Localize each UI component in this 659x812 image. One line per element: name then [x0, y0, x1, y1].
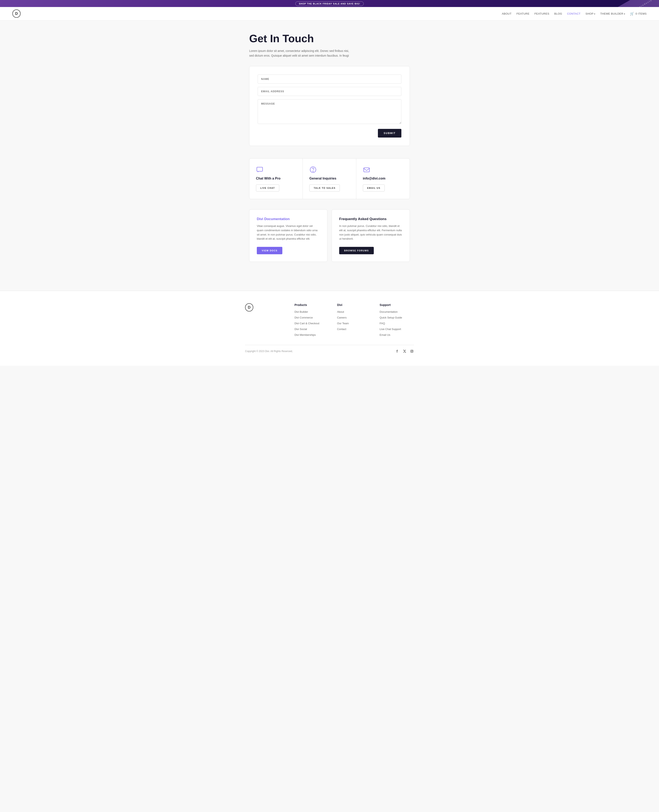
svg-rect-0: [257, 167, 263, 171]
live-chat-button[interactable]: LIVE CHAT: [256, 184, 279, 192]
footer-bottom: Copyright © 2023 Divi. All Rights Reserv…: [245, 345, 414, 353]
nav-contact[interactable]: CONTACT: [567, 12, 580, 15]
copyright-text: Copyright © 2023 Divi. All Rights Reserv…: [245, 350, 293, 352]
message-textarea[interactable]: [258, 99, 401, 124]
footer-contact[interactable]: Contact: [337, 327, 346, 330]
nav-logo[interactable]: D: [13, 9, 20, 18]
footer-faq[interactable]: FAQ: [380, 322, 385, 325]
docs-card-title: Divi Documentation: [257, 217, 320, 221]
footer-about[interactable]: About: [337, 310, 344, 313]
footer-products-col: Products Divi Builder Divi Commerce Divi…: [295, 303, 329, 337]
email-input[interactable]: [258, 87, 401, 96]
footer-support-list: Documentation Quick Setup Guide FAQ Live…: [380, 310, 414, 337]
view-docs-button[interactable]: VIEW DOCS: [257, 247, 282, 254]
footer-documentation[interactable]: Documentation: [380, 310, 397, 313]
footer-social: [395, 349, 414, 353]
faq-card-title: Frequently Asked Questions: [339, 217, 402, 221]
footer-logo[interactable]: D: [245, 303, 253, 312]
nav-shop[interactable]: SHOP: [585, 12, 595, 15]
email-field-wrapper: [258, 87, 401, 96]
contact-form: SUBMIT: [249, 66, 410, 146]
resource-cards: Divi Documentation Vitae consequat augue…: [249, 209, 410, 262]
chat-icon: [256, 166, 263, 173]
name-field-wrapper: [258, 74, 401, 83]
name-input[interactable]: [258, 74, 401, 83]
nav-cart[interactable]: 🛒 0 ITEMS: [630, 12, 646, 16]
main-content: Get In Touch Lorem ipsum dolor sit amet,…: [245, 20, 414, 291]
footer-divi-social[interactable]: Divi Social: [295, 327, 307, 330]
faq-card: Frequently Asked Questions In non pulvin…: [331, 209, 410, 262]
nav-about[interactable]: ABOUT: [502, 12, 512, 15]
footer-divi-builder[interactable]: Divi Builder: [295, 310, 308, 313]
top-banner: SHOP THE BLACK FRIDAY SALE AND SAVE BIG!…: [0, 0, 659, 7]
email-us-button[interactable]: EMAIL US: [363, 184, 385, 192]
footer-divi-memberships[interactable]: Divi Memberships: [295, 333, 316, 337]
banner-link[interactable]: SHOP THE BLACK FRIDAY SALE AND SAVE BIG!: [295, 2, 364, 6]
twitter-x-icon[interactable]: [402, 349, 407, 353]
footer-our-team[interactable]: Our Team: [337, 322, 349, 325]
footer-email-us[interactable]: Email Us: [380, 333, 390, 337]
facebook-icon[interactable]: [395, 349, 399, 353]
nav-theme-builder[interactable]: THEME BUILDER: [600, 12, 625, 15]
footer-divi-commerce[interactable]: Divi Commerce: [295, 316, 313, 319]
footer-products-list: Divi Builder Divi Commerce Divi Cart & C…: [295, 310, 329, 337]
footer-logo-col: D: [245, 303, 286, 337]
footer-top: D Products Divi Builder Divi Commerce Di…: [245, 303, 414, 337]
page-subtitle: Lorem ipsum dolor sit amet, consectetur …: [249, 49, 352, 58]
svg-point-6: [413, 350, 413, 351]
docs-card-body: Vitae consequat augue. Vivamus eget dolo…: [257, 224, 320, 241]
footer-quick-setup[interactable]: Quick Setup Guide: [380, 316, 402, 319]
chat-card-title: Chat With a Pro: [256, 177, 296, 180]
svg-point-5: [411, 351, 413, 352]
talk-to-sales-button[interactable]: TALK TO SALES: [309, 184, 340, 192]
docs-card: Divi Documentation Vitae consequat augue…: [249, 209, 328, 262]
footer-divi-heading: Divi: [337, 303, 372, 307]
footer-support-col: Support Documentation Quick Setup Guide …: [380, 303, 414, 337]
nav-blog[interactable]: BLOG: [554, 12, 562, 15]
browse-forums-button[interactable]: BROWSE FORUMS: [339, 247, 374, 254]
contact-card-inquiries: General Inquiries TALK TO SALES: [303, 159, 356, 199]
contact-card-chat: Chat With a Pro LIVE CHAT: [249, 159, 303, 199]
form-submit-row: SUBMIT: [258, 129, 401, 137]
footer-divi-col: Divi About Careers Our Team Contact: [337, 303, 372, 337]
email-card-title: info@divi.com: [363, 177, 403, 180]
footer-careers[interactable]: Careers: [337, 316, 347, 319]
nav-features[interactable]: FEATURES: [534, 12, 549, 15]
email-icon: [363, 166, 370, 173]
footer-support-heading: Support: [380, 303, 414, 307]
contact-cards: Chat With a Pro LIVE CHAT General Inquir…: [249, 158, 410, 199]
submit-button[interactable]: SUBMIT: [378, 129, 401, 137]
contact-card-email: info@divi.com EMAIL US: [356, 159, 410, 199]
nav-links: ABOUT FEATURE FEATURES BLOG CONTACT SHOP…: [502, 12, 646, 16]
main-nav: D ABOUT FEATURE FEATURES BLOG CONTACT SH…: [0, 7, 659, 20]
cart-icon: 🛒: [630, 12, 634, 16]
svg-rect-4: [411, 350, 413, 352]
footer-products-heading: Products: [295, 303, 329, 307]
page-title: Get In Touch: [249, 33, 410, 44]
question-icon: [309, 166, 317, 173]
inquiries-card-title: General Inquiries: [309, 177, 349, 180]
footer-live-chat[interactable]: Live Chat Support: [380, 327, 401, 330]
cart-count: 0 ITEMS: [635, 12, 646, 15]
footer-divi-list: About Careers Our Team Contact: [337, 310, 372, 331]
nav-feature[interactable]: FEATURE: [517, 12, 530, 15]
footer-divi-cart[interactable]: Divi Cart & Checkout: [295, 322, 319, 325]
instagram-icon[interactable]: [410, 349, 414, 353]
svg-rect-3: [364, 168, 369, 172]
faq-card-body: In non pulvinar purus. Curabitur nisi od…: [339, 224, 402, 241]
svg-point-2: [313, 171, 313, 172]
message-field-wrapper: [258, 99, 401, 125]
footer: D Products Divi Builder Divi Commerce Di…: [0, 291, 659, 366]
